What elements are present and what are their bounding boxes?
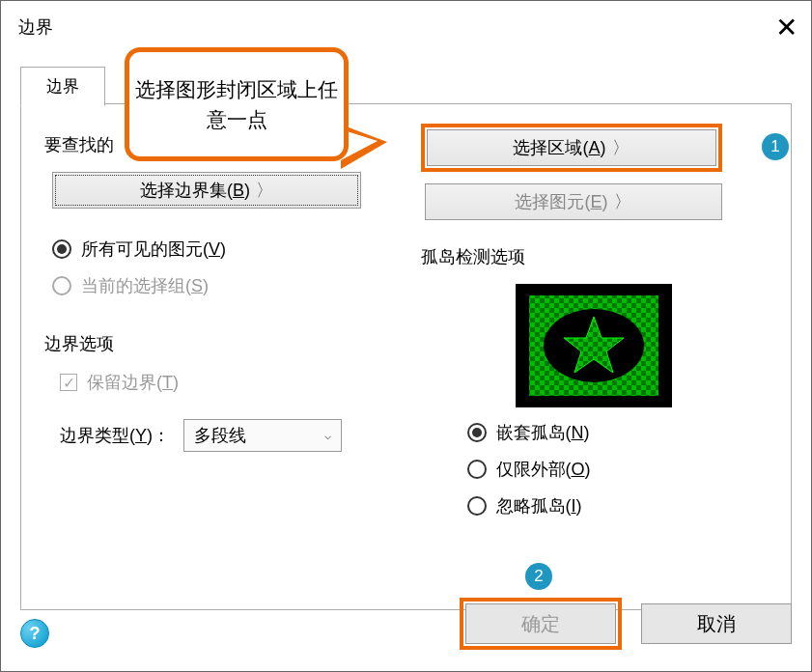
select-area-highlight: 选择区域(A) 〉: [421, 124, 722, 172]
radio-current-selection: 当前的选择组(S): [52, 274, 392, 297]
right-column: 选择区域(A) 〉 1 选择图元(E) 〉 孤岛检测选项: [421, 124, 769, 590]
radio-outer-only[interactable]: 仅限外部(O): [467, 458, 769, 481]
select-boundary-set-label: 选择边界集(B): [140, 179, 250, 202]
radio-ignore-label: 忽略孤岛(I): [496, 494, 582, 518]
boundary-type-label: 边界类型(Y)：: [60, 424, 170, 447]
boundary-type-row: 边界类型(Y)： 多段线 ⌵: [60, 419, 392, 452]
tab-boundary[interactable]: 边界: [20, 67, 105, 106]
radio-all-visible[interactable]: 所有可见的图元(V): [52, 238, 392, 261]
select-entity-label: 选择图元(E): [515, 190, 607, 213]
boundary-options-header: 边界选项: [44, 332, 392, 355]
island-detection-header: 孤岛检测选项: [421, 245, 769, 268]
cancel-label: 取消: [697, 611, 736, 637]
radio-icon: [467, 496, 487, 516]
ok-label: 确定: [521, 611, 560, 637]
select-area-button[interactable]: 选择区域(A) 〉: [427, 129, 716, 166]
radio-outer-label: 仅限外部(O): [496, 458, 591, 481]
check-icon: ✓: [60, 374, 77, 391]
chevron-down-icon: ⌵: [324, 429, 331, 442]
radio-nested-island[interactable]: 嵌套孤岛(N): [467, 421, 769, 444]
keep-boundary-checkbox: ✓ 保留边界(T): [60, 371, 392, 394]
select-entity-button: 选择图元(E) 〉: [425, 183, 722, 220]
radio-icon: [467, 460, 487, 479]
tab-panel: 要查找的 选择边界集(B) 〉 所有可见的图元(V): [20, 103, 792, 610]
annotation-badge-2: 2: [525, 563, 552, 590]
left-column: 要查找的 选择边界集(B) 〉 所有可见的图元(V): [44, 124, 392, 590]
select-area-label: 选择区域(A): [513, 136, 605, 159]
cancel-button[interactable]: 取消: [641, 603, 792, 644]
radio-current-selection-label: 当前的选择组(S): [81, 274, 209, 297]
boundary-type-select[interactable]: 多段线 ⌵: [183, 419, 342, 452]
radio-icon: [467, 423, 487, 442]
select-boundary-set-button[interactable]: 选择边界集(B) 〉: [52, 172, 361, 209]
radio-all-visible-label: 所有可见的图元(V): [81, 238, 226, 261]
radio-icon: [52, 276, 71, 295]
help-button[interactable]: ?: [20, 619, 49, 648]
close-icon[interactable]: ✕: [765, 12, 807, 43]
titlebar: 边界 ✕: [1, 1, 811, 53]
radio-ignore-island[interactable]: 忽略孤岛(I): [467, 494, 769, 518]
boundary-type-value: 多段线: [194, 424, 246, 447]
dialog-window: 边界 ✕ 选择图形封闭区域上任意一点 边界 要查找的 选择边界集(B): [0, 0, 812, 672]
island-preview: [516, 284, 672, 407]
chevron-right-icon: 〉: [612, 136, 630, 159]
radio-nested-label: 嵌套孤岛(N): [496, 421, 590, 444]
tab-label: 边界: [46, 77, 79, 96]
footer-buttons: 2 确定 取消: [460, 598, 792, 650]
keep-boundary-label: 保留边界(T): [87, 371, 179, 394]
ok-highlight: 确定: [460, 598, 622, 650]
radio-icon: [52, 239, 71, 259]
ok-button[interactable]: 确定: [465, 603, 616, 644]
callout-text: 选择图形封闭区域上任意一点: [129, 74, 344, 135]
chevron-right-icon: 〉: [614, 190, 631, 213]
annotation-badge-1: 1: [762, 133, 789, 160]
annotation-callout: 选择图形封闭区域上任意一点: [125, 47, 349, 161]
chevron-right-icon: 〉: [256, 179, 273, 202]
window-title: 边界: [18, 15, 53, 39]
